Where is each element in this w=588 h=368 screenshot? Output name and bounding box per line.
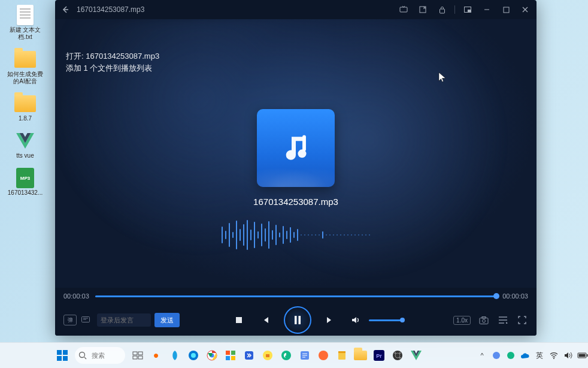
search-input[interactable] bbox=[90, 351, 119, 360]
onedrive-icon[interactable] bbox=[520, 350, 531, 361]
window-title: 1670134253087.mp3 bbox=[77, 5, 144, 14]
svg-rect-0 bbox=[400, 7, 407, 12]
titlebar: 1670134253087.mp3 bbox=[55, 0, 537, 19]
taskbar-app[interactable] bbox=[166, 347, 183, 364]
back-button[interactable] bbox=[60, 4, 71, 15]
total-time: 00:00:03 bbox=[502, 292, 528, 300]
svg-rect-5 bbox=[504, 7, 509, 13]
start-button[interactable] bbox=[54, 347, 71, 364]
maximize-button[interactable] bbox=[499, 3, 513, 16]
svg-text:Pr: Pr bbox=[376, 353, 382, 359]
volume-icon[interactable] bbox=[563, 350, 574, 361]
svg-point-46 bbox=[493, 352, 500, 359]
previous-button[interactable] bbox=[257, 312, 273, 328]
desktop-icon-mp3[interactable]: MP3 167013432... bbox=[4, 168, 47, 197]
svg-rect-30 bbox=[231, 356, 235, 360]
taskbar-app[interactable] bbox=[259, 347, 276, 364]
desktop-icon-label: 如何生成免费的AI配音 bbox=[6, 71, 44, 85]
playlist-button[interactable] bbox=[497, 314, 509, 326]
volume-thumb[interactable] bbox=[400, 318, 405, 322]
desktop-icons: 新建 文本文档.txt 如何生成免费的AI配音 1.8.7 tts vue MP… bbox=[4, 5, 47, 197]
tray-icon[interactable] bbox=[505, 350, 516, 361]
wifi-icon[interactable] bbox=[548, 350, 559, 361]
audio-waveform bbox=[222, 218, 370, 252]
close-button[interactable] bbox=[519, 3, 532, 16]
desktop-icon-label: 167013432... bbox=[8, 189, 43, 197]
next-button[interactable] bbox=[322, 312, 338, 328]
separator bbox=[454, 5, 455, 14]
battery-icon[interactable] bbox=[577, 350, 588, 361]
taskbar-app[interactable] bbox=[334, 347, 350, 364]
desktop-icon-label: 新建 文本文档.txt bbox=[6, 26, 44, 41]
svg-rect-19 bbox=[133, 352, 137, 355]
taskbar-app[interactable] bbox=[296, 347, 313, 364]
taskbar-app[interactable] bbox=[408, 347, 425, 364]
taskbar-app[interactable] bbox=[389, 347, 406, 364]
svg-point-48 bbox=[553, 358, 554, 359]
svg-rect-29 bbox=[226, 356, 230, 360]
lock-button[interactable] bbox=[435, 3, 448, 16]
svg-rect-21 bbox=[133, 356, 137, 359]
taskbar-app[interactable]: Pr bbox=[371, 347, 387, 364]
volume-button[interactable] bbox=[348, 312, 364, 328]
taskbar-app[interactable] bbox=[352, 347, 369, 364]
desktop-icon-folder[interactable]: 如何生成免费的AI配音 bbox=[4, 49, 47, 85]
ime-indicator[interactable]: 英 bbox=[534, 350, 545, 361]
danmu-toggle[interactable]: 弹 bbox=[63, 315, 77, 325]
tv-mode-button[interactable] bbox=[397, 3, 410, 16]
play-pause-button[interactable] bbox=[284, 306, 311, 334]
folder-icon bbox=[354, 351, 367, 360]
svg-rect-16 bbox=[57, 356, 62, 361]
snapshot-button[interactable] bbox=[478, 314, 490, 326]
desktop-icon-txt[interactable]: 新建 文本文档.txt bbox=[4, 5, 47, 41]
desktop: 新建 文本文档.txt 如何生成免费的AI配音 1.8.7 tts vue MP… bbox=[0, 0, 588, 368]
fullscreen-button[interactable] bbox=[516, 314, 528, 326]
svg-point-41 bbox=[393, 351, 402, 360]
search-icon bbox=[78, 351, 87, 360]
stop-button[interactable] bbox=[231, 312, 247, 328]
desktop-icon-vue[interactable]: tts vue bbox=[4, 131, 47, 159]
status-messages: 打开: 1670134253087.mp3 添加 1 个文件到播放列表 bbox=[66, 50, 159, 74]
tray-chevron-up-icon[interactable]: ^ bbox=[477, 350, 487, 361]
progress-track[interactable] bbox=[95, 295, 496, 297]
progress-bar-row: 00:00:03 00:00:03 bbox=[55, 288, 537, 304]
taskbar-app[interactable] bbox=[185, 347, 202, 364]
taskbar-app[interactable] bbox=[315, 347, 332, 364]
album-art bbox=[257, 109, 335, 187]
compact-button[interactable] bbox=[461, 3, 474, 16]
progress-thumb[interactable] bbox=[493, 293, 499, 299]
taskbar-app[interactable] bbox=[222, 347, 239, 364]
taskbar-app[interactable] bbox=[241, 347, 257, 364]
taskbar-app[interactable] bbox=[204, 347, 220, 364]
danmu-settings-icon[interactable] bbox=[80, 315, 91, 325]
svg-rect-27 bbox=[226, 351, 230, 355]
task-view-button[interactable] bbox=[129, 347, 146, 364]
taskbar-search[interactable] bbox=[75, 347, 125, 364]
svg-point-45 bbox=[399, 357, 401, 359]
svg-rect-9 bbox=[295, 316, 297, 324]
mini-mode-button[interactable] bbox=[416, 3, 429, 16]
svg-rect-17 bbox=[63, 356, 68, 361]
svg-point-36 bbox=[319, 351, 328, 360]
minimize-button[interactable] bbox=[480, 3, 493, 16]
danmu-input[interactable] bbox=[97, 313, 151, 327]
svg-rect-4 bbox=[468, 10, 471, 12]
svg-rect-20 bbox=[138, 352, 143, 355]
svg-rect-51 bbox=[579, 354, 586, 357]
svg-point-24 bbox=[191, 353, 196, 358]
music-note-icon bbox=[279, 131, 313, 165]
svg-point-44 bbox=[399, 352, 401, 354]
elapsed-time: 00:00:03 bbox=[63, 292, 89, 300]
danmu-send-button[interactable]: 发送 bbox=[154, 313, 180, 327]
svg-rect-10 bbox=[298, 316, 301, 324]
volume-slider[interactable] bbox=[369, 319, 402, 321]
desktop-icon-folder[interactable]: 1.8.7 bbox=[4, 93, 47, 122]
playback-speed[interactable]: 1.0x bbox=[453, 316, 471, 325]
taskbar-app[interactable] bbox=[278, 347, 295, 364]
svg-rect-22 bbox=[138, 356, 143, 359]
svg-point-47 bbox=[507, 352, 514, 359]
svg-rect-8 bbox=[236, 317, 242, 323]
taskbar-app[interactable]: ● bbox=[148, 347, 165, 364]
tray-icon[interactable] bbox=[491, 350, 502, 361]
svg-rect-33 bbox=[266, 354, 269, 357]
